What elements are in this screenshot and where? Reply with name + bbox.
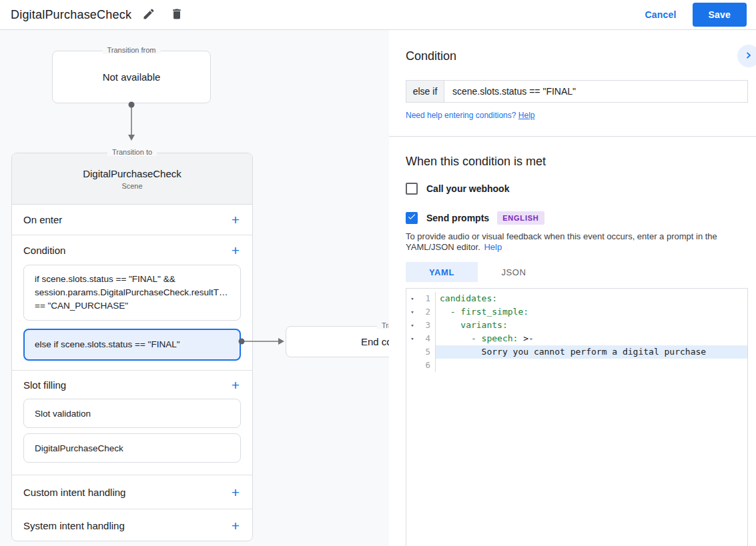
slot-filling-label: Slot filling <box>23 379 66 391</box>
scene-name: DigitalPurchaseCheck <box>83 168 181 179</box>
tab-json[interactable]: JSON <box>478 262 550 282</box>
line-number: 2 <box>418 305 436 319</box>
end-node-legend: Transition to <box>377 321 389 329</box>
transition-from-legend: Transition from <box>103 46 161 54</box>
system-intent-label: System intent handling <box>23 520 125 531</box>
when-condition-heading: When this condition is met <box>406 153 748 169</box>
section-system-intent: System intent handling + <box>12 509 252 541</box>
chevron-right-icon <box>743 50 754 63</box>
hint-help-link[interactable]: Help <box>484 242 502 252</box>
yaml-code-editor[interactable]: ▾ 1 candidates: ▾ 2 - first_simple: ▾ 3 … <box>406 288 748 546</box>
editor-tabs: YAML JSON <box>406 262 748 282</box>
custom-intent-label: Custom intent handling <box>23 487 125 498</box>
hint-text: To provide audio or visual feedback when… <box>406 231 717 252</box>
prompts-option-row: Send prompts ENGLISH <box>406 211 748 225</box>
section-custom-intent: Custom intent handling + <box>12 475 252 509</box>
condition-editor-panel: Condition else if Need help entering con… <box>389 30 756 546</box>
slot-validation-item[interactable]: Slot validation <box>23 399 241 428</box>
code-line: ▾ 1 candidates: <box>406 292 747 305</box>
condition-help-link[interactable]: Help <box>518 111 535 120</box>
fold-toggle-icon[interactable]: ▾ <box>406 332 418 345</box>
send-prompts-checkbox[interactable] <box>406 212 418 224</box>
add-slot-button[interactable]: + <box>230 378 241 392</box>
section-on-enter: On enter + <box>12 205 252 235</box>
call-webhook-checkbox[interactable] <box>406 183 418 195</box>
trash-icon <box>170 7 183 23</box>
section-condition: Condition + if scene.slots.status == "FI… <box>12 235 252 371</box>
code-text: - speech: <box>440 333 518 343</box>
help-text: Need help entering conditions? <box>406 111 516 120</box>
condition-if-item[interactable]: if scene.slots.status == "FINAL" && sess… <box>23 265 241 321</box>
end-conversation-node[interactable]: Transition to End conversation <box>286 326 389 357</box>
add-custom-intent-button[interactable]: + <box>230 485 241 499</box>
line-number: 3 <box>418 319 436 332</box>
code-line: ▾ 3 variants: <box>406 319 747 332</box>
page-title: DigitalPurchaseCheck <box>11 8 131 22</box>
topbar: DigitalPurchaseCheck Cancel Save <box>0 0 756 30</box>
language-badge: ENGLISH <box>497 211 544 225</box>
code-text: variants: <box>440 320 508 330</box>
condition-type-selector[interactable]: else if <box>406 81 444 102</box>
delete-button[interactable] <box>166 4 187 25</box>
section-slot-filling: Slot filling + Slot validation DigitalPu… <box>12 371 252 475</box>
line-number: 6 <box>418 359 436 372</box>
code-line: ▾ 2 - first_simple: <box>406 305 747 319</box>
add-system-intent-button[interactable]: + <box>230 519 241 533</box>
call-webhook-label: Call your webhook <box>426 183 509 194</box>
tab-yaml[interactable]: YAML <box>406 262 478 282</box>
scene-diagram-canvas[interactable]: Transition from Not available Transition… <box>0 30 389 546</box>
transition-from-value: Not available <box>103 71 161 83</box>
condition-elseif-item[interactable]: else if scene.slots.status == "FINAL" <box>23 329 241 361</box>
webhook-option-row: Call your webhook <box>406 181 748 196</box>
condition-input-row: else if <box>406 80 748 103</box>
on-enter-label: On enter <box>23 214 62 225</box>
line-number: 5 <box>418 345 436 359</box>
transition-from-node: Transition from Not available <box>52 51 211 103</box>
code-text: - first_simple: <box>440 307 528 317</box>
line-number: 1 <box>418 292 436 305</box>
add-on-enter-button[interactable]: + <box>230 213 241 227</box>
code-line-highlighted: 5 Sorry you cannot perform a digital pur… <box>406 345 747 359</box>
condition-expression-input[interactable] <box>444 81 747 102</box>
slot-digitalpurchasecheck-item[interactable]: DigitalPurchaseCheck <box>23 433 241 463</box>
panel-divider <box>389 136 756 137</box>
condition-help-line: Need help entering conditions? Help <box>406 110 748 121</box>
transition-to-legend: Transition to <box>107 148 157 156</box>
add-condition-button[interactable]: + <box>230 243 241 257</box>
pencil-icon <box>142 7 155 23</box>
prompts-hint: To provide audio or visual feedback when… <box>406 231 743 253</box>
scene-type: Scene <box>121 182 142 190</box>
fold-toggle-icon[interactable]: ▾ <box>406 319 418 332</box>
edit-button[interactable] <box>138 4 159 25</box>
send-prompts-label: Send prompts <box>426 213 489 223</box>
line-number: 4 <box>418 332 436 345</box>
condition-label: Condition <box>23 245 65 256</box>
code-line: ▾ 4 - speech: >- <box>406 332 747 345</box>
fold-toggle-icon[interactable]: ▾ <box>406 305 418 319</box>
collapse-panel-button[interactable] <box>737 45 756 67</box>
code-text: candidates: <box>440 293 497 303</box>
fold-toggle-icon[interactable]: ▾ <box>406 292 418 305</box>
end-node-value: End conversation <box>286 336 389 347</box>
checkmark-icon <box>407 212 416 224</box>
scene-card-header: DigitalPurchaseCheck Scene <box>12 153 252 205</box>
scene-card[interactable]: Transition to DigitalPurchaseCheck Scene… <box>11 153 253 541</box>
cancel-button[interactable]: Cancel <box>645 9 676 20</box>
code-line: 6 <box>406 359 747 372</box>
panel-title: Condition <box>406 48 748 64</box>
save-button[interactable]: Save <box>693 3 747 27</box>
